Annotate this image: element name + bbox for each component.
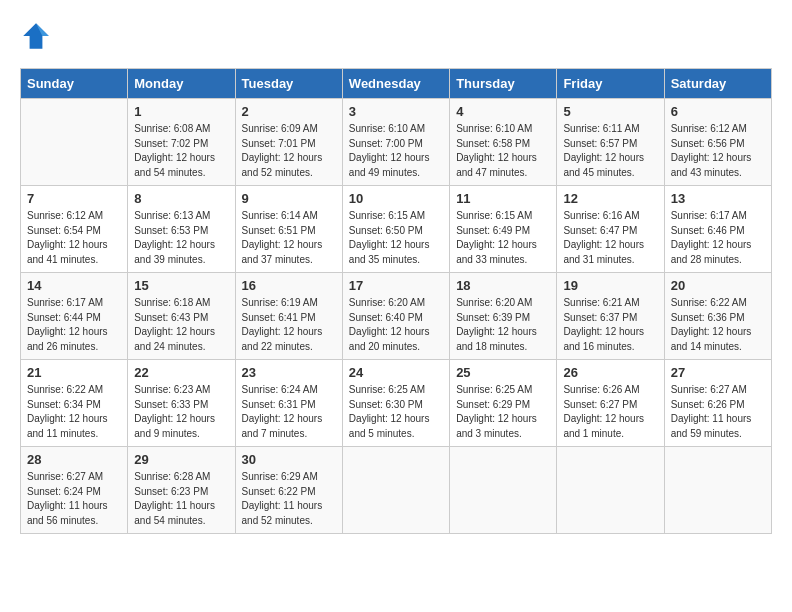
calendar-cell: 23Sunrise: 6:24 AMSunset: 6:31 PMDayligh… bbox=[235, 360, 342, 447]
calendar-cell: 7Sunrise: 6:12 AMSunset: 6:54 PMDaylight… bbox=[21, 186, 128, 273]
cell-info: Sunrise: 6:08 AMSunset: 7:02 PMDaylight:… bbox=[134, 122, 228, 180]
calendar-week-row: 7Sunrise: 6:12 AMSunset: 6:54 PMDaylight… bbox=[21, 186, 772, 273]
day-number: 11 bbox=[456, 191, 550, 206]
calendar-cell bbox=[342, 447, 449, 534]
calendar-cell: 1Sunrise: 6:08 AMSunset: 7:02 PMDaylight… bbox=[128, 99, 235, 186]
cell-info: Sunrise: 6:17 AMSunset: 6:44 PMDaylight:… bbox=[27, 296, 121, 354]
calendar-cell: 15Sunrise: 6:18 AMSunset: 6:43 PMDayligh… bbox=[128, 273, 235, 360]
calendar-cell: 21Sunrise: 6:22 AMSunset: 6:34 PMDayligh… bbox=[21, 360, 128, 447]
day-number: 6 bbox=[671, 104, 765, 119]
cell-info: Sunrise: 6:20 AMSunset: 6:40 PMDaylight:… bbox=[349, 296, 443, 354]
day-number: 27 bbox=[671, 365, 765, 380]
day-number: 8 bbox=[134, 191, 228, 206]
cell-info: Sunrise: 6:15 AMSunset: 6:50 PMDaylight:… bbox=[349, 209, 443, 267]
day-number: 17 bbox=[349, 278, 443, 293]
calendar-table: SundayMondayTuesdayWednesdayThursdayFrid… bbox=[20, 68, 772, 534]
cell-info: Sunrise: 6:20 AMSunset: 6:39 PMDaylight:… bbox=[456, 296, 550, 354]
calendar-cell: 28Sunrise: 6:27 AMSunset: 6:24 PMDayligh… bbox=[21, 447, 128, 534]
day-number: 14 bbox=[27, 278, 121, 293]
cell-info: Sunrise: 6:22 AMSunset: 6:34 PMDaylight:… bbox=[27, 383, 121, 441]
day-number: 18 bbox=[456, 278, 550, 293]
day-number: 29 bbox=[134, 452, 228, 467]
day-number: 12 bbox=[563, 191, 657, 206]
day-number: 4 bbox=[456, 104, 550, 119]
day-number: 9 bbox=[242, 191, 336, 206]
calendar-cell: 24Sunrise: 6:25 AMSunset: 6:30 PMDayligh… bbox=[342, 360, 449, 447]
day-number: 19 bbox=[563, 278, 657, 293]
day-number: 3 bbox=[349, 104, 443, 119]
calendar-cell: 26Sunrise: 6:26 AMSunset: 6:27 PMDayligh… bbox=[557, 360, 664, 447]
cell-info: Sunrise: 6:24 AMSunset: 6:31 PMDaylight:… bbox=[242, 383, 336, 441]
cell-info: Sunrise: 6:13 AMSunset: 6:53 PMDaylight:… bbox=[134, 209, 228, 267]
cell-info: Sunrise: 6:09 AMSunset: 7:01 PMDaylight:… bbox=[242, 122, 336, 180]
day-number: 30 bbox=[242, 452, 336, 467]
calendar-cell bbox=[21, 99, 128, 186]
weekday-header: Monday bbox=[128, 69, 235, 99]
cell-info: Sunrise: 6:18 AMSunset: 6:43 PMDaylight:… bbox=[134, 296, 228, 354]
calendar-cell: 6Sunrise: 6:12 AMSunset: 6:56 PMDaylight… bbox=[664, 99, 771, 186]
calendar-cell: 4Sunrise: 6:10 AMSunset: 6:58 PMDaylight… bbox=[450, 99, 557, 186]
cell-info: Sunrise: 6:27 AMSunset: 6:26 PMDaylight:… bbox=[671, 383, 765, 441]
calendar-cell: 18Sunrise: 6:20 AMSunset: 6:39 PMDayligh… bbox=[450, 273, 557, 360]
cell-info: Sunrise: 6:25 AMSunset: 6:30 PMDaylight:… bbox=[349, 383, 443, 441]
logo-icon bbox=[20, 20, 52, 52]
calendar-week-row: 1Sunrise: 6:08 AMSunset: 7:02 PMDaylight… bbox=[21, 99, 772, 186]
calendar-cell: 3Sunrise: 6:10 AMSunset: 7:00 PMDaylight… bbox=[342, 99, 449, 186]
calendar-cell: 19Sunrise: 6:21 AMSunset: 6:37 PMDayligh… bbox=[557, 273, 664, 360]
cell-info: Sunrise: 6:29 AMSunset: 6:22 PMDaylight:… bbox=[242, 470, 336, 528]
cell-info: Sunrise: 6:21 AMSunset: 6:37 PMDaylight:… bbox=[563, 296, 657, 354]
day-number: 10 bbox=[349, 191, 443, 206]
calendar-cell: 12Sunrise: 6:16 AMSunset: 6:47 PMDayligh… bbox=[557, 186, 664, 273]
calendar-cell bbox=[450, 447, 557, 534]
calendar-week-row: 21Sunrise: 6:22 AMSunset: 6:34 PMDayligh… bbox=[21, 360, 772, 447]
calendar-cell: 30Sunrise: 6:29 AMSunset: 6:22 PMDayligh… bbox=[235, 447, 342, 534]
cell-info: Sunrise: 6:10 AMSunset: 6:58 PMDaylight:… bbox=[456, 122, 550, 180]
cell-info: Sunrise: 6:17 AMSunset: 6:46 PMDaylight:… bbox=[671, 209, 765, 267]
calendar-cell: 17Sunrise: 6:20 AMSunset: 6:40 PMDayligh… bbox=[342, 273, 449, 360]
weekday-header: Thursday bbox=[450, 69, 557, 99]
day-number: 1 bbox=[134, 104, 228, 119]
calendar-cell: 8Sunrise: 6:13 AMSunset: 6:53 PMDaylight… bbox=[128, 186, 235, 273]
day-number: 22 bbox=[134, 365, 228, 380]
weekday-header: Sunday bbox=[21, 69, 128, 99]
cell-info: Sunrise: 6:25 AMSunset: 6:29 PMDaylight:… bbox=[456, 383, 550, 441]
cell-info: Sunrise: 6:15 AMSunset: 6:49 PMDaylight:… bbox=[456, 209, 550, 267]
calendar-cell: 20Sunrise: 6:22 AMSunset: 6:36 PMDayligh… bbox=[664, 273, 771, 360]
page-header bbox=[20, 20, 772, 52]
day-number: 16 bbox=[242, 278, 336, 293]
cell-info: Sunrise: 6:11 AMSunset: 6:57 PMDaylight:… bbox=[563, 122, 657, 180]
calendar-cell: 16Sunrise: 6:19 AMSunset: 6:41 PMDayligh… bbox=[235, 273, 342, 360]
day-number: 28 bbox=[27, 452, 121, 467]
logo bbox=[20, 20, 56, 52]
day-number: 24 bbox=[349, 365, 443, 380]
day-number: 20 bbox=[671, 278, 765, 293]
cell-info: Sunrise: 6:16 AMSunset: 6:47 PMDaylight:… bbox=[563, 209, 657, 267]
calendar-cell: 27Sunrise: 6:27 AMSunset: 6:26 PMDayligh… bbox=[664, 360, 771, 447]
calendar-cell: 14Sunrise: 6:17 AMSunset: 6:44 PMDayligh… bbox=[21, 273, 128, 360]
calendar-cell: 25Sunrise: 6:25 AMSunset: 6:29 PMDayligh… bbox=[450, 360, 557, 447]
day-number: 25 bbox=[456, 365, 550, 380]
calendar-cell: 29Sunrise: 6:28 AMSunset: 6:23 PMDayligh… bbox=[128, 447, 235, 534]
weekday-header: Tuesday bbox=[235, 69, 342, 99]
cell-info: Sunrise: 6:19 AMSunset: 6:41 PMDaylight:… bbox=[242, 296, 336, 354]
day-number: 13 bbox=[671, 191, 765, 206]
cell-info: Sunrise: 6:10 AMSunset: 7:00 PMDaylight:… bbox=[349, 122, 443, 180]
day-number: 7 bbox=[27, 191, 121, 206]
cell-info: Sunrise: 6:23 AMSunset: 6:33 PMDaylight:… bbox=[134, 383, 228, 441]
day-number: 5 bbox=[563, 104, 657, 119]
calendar-cell bbox=[557, 447, 664, 534]
weekday-header: Friday bbox=[557, 69, 664, 99]
day-number: 21 bbox=[27, 365, 121, 380]
day-number: 26 bbox=[563, 365, 657, 380]
weekday-header: Wednesday bbox=[342, 69, 449, 99]
calendar-cell bbox=[664, 447, 771, 534]
day-number: 15 bbox=[134, 278, 228, 293]
day-number: 23 bbox=[242, 365, 336, 380]
calendar-cell: 2Sunrise: 6:09 AMSunset: 7:01 PMDaylight… bbox=[235, 99, 342, 186]
weekday-header-row: SundayMondayTuesdayWednesdayThursdayFrid… bbox=[21, 69, 772, 99]
cell-info: Sunrise: 6:14 AMSunset: 6:51 PMDaylight:… bbox=[242, 209, 336, 267]
calendar-cell: 5Sunrise: 6:11 AMSunset: 6:57 PMDaylight… bbox=[557, 99, 664, 186]
calendar-cell: 11Sunrise: 6:15 AMSunset: 6:49 PMDayligh… bbox=[450, 186, 557, 273]
day-number: 2 bbox=[242, 104, 336, 119]
calendar-cell: 9Sunrise: 6:14 AMSunset: 6:51 PMDaylight… bbox=[235, 186, 342, 273]
